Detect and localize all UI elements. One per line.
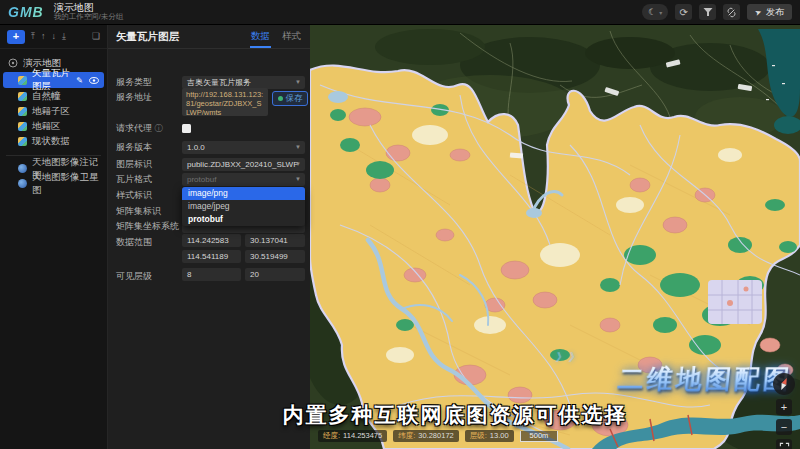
chevron-down-icon: ▼	[295, 158, 301, 171]
dropdown-option-png[interactable]: image/png	[182, 187, 305, 200]
tile-format-label: 瓦片格式	[116, 173, 152, 186]
proxy-checkbox[interactable]	[182, 124, 191, 133]
service-url-label: 服务地址	[116, 91, 152, 104]
collapse-sidebar-icon[interactable]: ❏	[92, 32, 100, 41]
chevron-down-icon: ▼	[295, 173, 301, 186]
refresh-button[interactable]: ⟳	[675, 4, 692, 20]
status-dot-icon	[278, 96, 283, 101]
zoom-level-readout: 层级:13.00	[465, 430, 514, 442]
sidebar-item-current-data[interactable]: 现状数据	[0, 134, 107, 149]
scale-bar: 500m	[520, 431, 559, 442]
layer-label: 现状数据	[32, 135, 70, 148]
level-min-input[interactable]: 8	[182, 268, 241, 281]
info-icon: ⓘ	[155, 124, 163, 133]
moon-icon: ☾	[648, 7, 656, 17]
add-layer-button[interactable]: +	[7, 30, 25, 44]
layer-config-panel: 矢量瓦片图层 数据 样式 服务类型 吉奥矢量瓦片服务▼ 服务地址 http://…	[108, 25, 310, 449]
link-icon	[726, 7, 737, 18]
move-up-icon[interactable]: ↑	[41, 32, 46, 41]
refresh-icon: ⟳	[680, 7, 688, 18]
publish-button[interactable]: ➤ 发布	[747, 4, 792, 20]
compass-needle-icon	[776, 376, 792, 392]
level-max-input[interactable]: 20	[245, 268, 305, 281]
extent-label: 数据范围	[116, 236, 152, 249]
sidebar-toolbar: + ⤒ ↑ ↓ ⤓ ❏	[0, 25, 107, 49]
sidebar-item-natural-building[interactable]: 自然幢	[0, 89, 107, 104]
layer-label: 地籍子区	[32, 105, 70, 118]
layer-thumb-icon	[18, 122, 27, 131]
panel-title: 矢量瓦片图层	[116, 30, 179, 44]
service-version-label: 服务版本	[116, 141, 152, 154]
layer-label: 地籍区	[32, 120, 61, 133]
extent-xmin-input[interactable]: 114.242583	[182, 234, 241, 247]
extent-ymax-input[interactable]: 30.519499	[245, 250, 305, 263]
style-id-label: 样式标识	[116, 189, 152, 202]
service-type-label: 服务类型	[116, 76, 152, 89]
sidebar-item-cadastral-zone[interactable]: 地籍区	[0, 119, 107, 134]
layer-sidebar: + ⤒ ↑ ↓ ⤓ ❏ 演示地图 矢量瓦片图层 ✎ 自然幢 地籍子区	[0, 25, 108, 449]
app-window: GMB 演示地图 我的工作空间/未分组 ☾ ▾ ⟳ ➤ 发布 +	[0, 0, 800, 449]
save-url-button[interactable]: 保存	[272, 91, 308, 106]
move-down-icon[interactable]: ↓	[51, 32, 56, 41]
layer-id-select[interactable]: public.ZDJBXX_202410_SLWP▼	[182, 158, 305, 171]
matrix-id-label: 矩阵集标识	[116, 205, 161, 218]
visible-levels-label: 可见层级	[116, 270, 152, 283]
filter-button[interactable]	[699, 4, 716, 20]
layer-thumb-icon	[18, 76, 27, 85]
tile-format-dropdown: image/png image/jpeg protobuf	[182, 187, 305, 226]
layer-thumb-icon	[18, 137, 27, 146]
edit-pencil-icon[interactable]: ✎	[76, 76, 83, 85]
service-url-input[interactable]: http://192.168.131.123:81/geostar/ZDJBXX…	[182, 88, 268, 116]
move-to-top-icon[interactable]: ⤒	[31, 32, 35, 41]
paper-plane-icon: ➤	[754, 7, 763, 18]
map-status-bar: 经度:114.253475 纬度:30.280172 层级:13.00 500m	[318, 430, 558, 442]
layer-label: 天地图影像卫星图	[32, 171, 107, 197]
map-viewport[interactable]: 》》 二维地图配图 经度:114.253475 纬度:30.280172 层级:…	[310, 25, 800, 449]
sidebar-item-cadastral-subzone[interactable]: 地籍子区	[0, 104, 107, 119]
fullscreen-icon	[779, 442, 790, 449]
extent-ymin-input[interactable]: 30.137041	[245, 234, 305, 247]
visibility-eye-icon[interactable]	[89, 77, 99, 84]
chevron-down-icon: ▼	[295, 76, 301, 89]
tab-style[interactable]: 样式	[281, 26, 302, 48]
fullscreen-button[interactable]	[776, 439, 792, 449]
sidebar-item-tianditu-satellite[interactable]: 天地图影像卫星图	[0, 176, 107, 191]
globe-icon	[18, 179, 27, 188]
banner-decoration: 》》	[555, 350, 584, 365]
subtitle-caption: 内置多种互联网底图资源可供选择	[110, 401, 800, 429]
layer-thumb-icon	[18, 92, 27, 101]
tile-format-select[interactable]: protobuf▼	[182, 173, 305, 186]
compass-control[interactable]	[773, 373, 795, 395]
globe-icon	[18, 164, 27, 173]
theme-toggle-button[interactable]: ☾ ▾	[642, 4, 668, 20]
service-version-select[interactable]: 1.0.0▼	[182, 141, 305, 154]
matrix-crs-label: 矩阵集坐标系统	[116, 220, 179, 233]
app-logo: GMB	[8, 4, 44, 20]
extent-xmax-input[interactable]: 114.541189	[182, 250, 241, 263]
share-link-button[interactable]	[723, 4, 740, 20]
dropdown-option-jpeg[interactable]: image/jpeg	[182, 200, 305, 213]
panel-header: 矢量瓦片图层 数据 样式	[108, 25, 310, 49]
compass-icon	[8, 58, 18, 68]
funnel-icon	[703, 7, 713, 17]
top-header: GMB 演示地图 我的工作空间/未分组 ☾ ▾ ⟳ ➤ 发布	[0, 0, 800, 25]
tab-data[interactable]: 数据	[250, 26, 271, 48]
move-to-bottom-icon[interactable]: ⤓	[62, 32, 66, 41]
publish-label: 发布	[766, 6, 784, 19]
layer-label: 自然幢	[32, 90, 61, 103]
map-title-block: 演示地图 我的工作空间/未分组	[54, 3, 124, 21]
chevron-down-icon: ▼	[295, 141, 301, 154]
watermark-banner: 二维地图配图	[616, 362, 794, 397]
proxy-label: 请求代理 ⓘ	[116, 122, 163, 135]
layer-thumb-icon	[18, 107, 27, 116]
sidebar-item-vector-tile-layer[interactable]: 矢量瓦片图层 ✎	[3, 72, 104, 88]
layer-id-label: 图层标识	[116, 158, 152, 171]
chevron-down-icon: ▾	[659, 9, 662, 16]
workspace-breadcrumb: 我的工作空间/未分组	[54, 13, 124, 21]
latitude-readout: 纬度:30.280172	[393, 430, 459, 442]
dropdown-option-protobuf[interactable]: protobuf	[182, 213, 305, 226]
longitude-readout: 经度:114.253475	[318, 430, 387, 442]
